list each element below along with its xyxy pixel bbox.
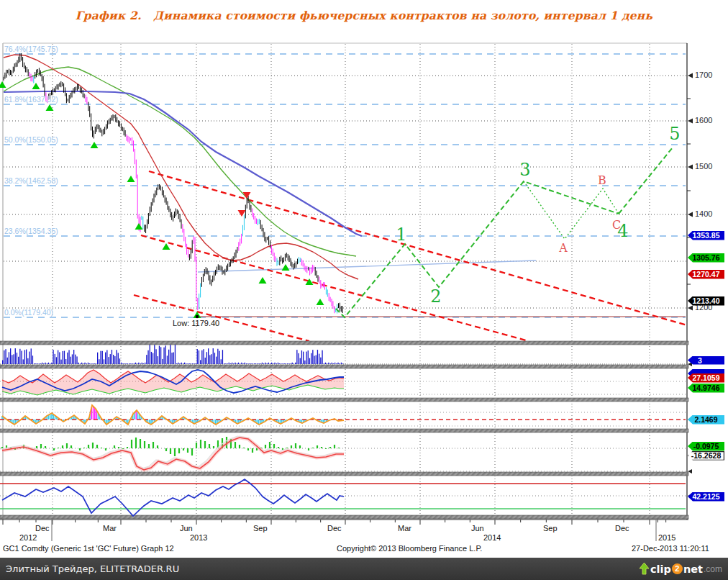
price-tick-label: 1700: [695, 71, 712, 79]
clip2net-logo[interactable]: clip 2 net .com: [639, 558, 722, 580]
year-label: 2012: [19, 533, 37, 542]
elliott-wave-label: 5: [669, 124, 680, 144]
elliott-wave-label: 1: [396, 225, 406, 245]
price-badge: 1305.76: [688, 253, 724, 263]
copyright-label: Copyright© 2013 Bloomberg Finance L.P.: [337, 544, 482, 553]
month-label: Jun: [471, 524, 484, 533]
price-tick-label: 1600: [695, 116, 712, 124]
chart-canvas: [0, 0, 728, 580]
price-badge: 14.9746: [688, 384, 724, 393]
year-label: 2015: [658, 533, 675, 542]
price-badge: 1213.40: [688, 296, 724, 306]
price-badge: 1270.47: [688, 270, 724, 279]
logo-text-com: .com: [704, 564, 722, 574]
fib-level-label: 76.4%(1745.75): [4, 45, 58, 53]
instrument-label: GC1 Comdty (Generic 1st 'GC' Future) Gra…: [3, 544, 174, 553]
price-badge: -0.0975: [688, 442, 724, 451]
logo-text-clip: clip: [650, 563, 671, 575]
month-label: Dec: [615, 524, 629, 533]
month-label: Mar: [103, 524, 117, 533]
fib-level-label: 50.0%(1550.05): [4, 135, 58, 144]
month-label: Sep: [253, 524, 268, 533]
fib-level-label: 38.2%(1462.58): [4, 176, 58, 185]
month-label: Sep: [543, 524, 558, 533]
footer-bar: Элитный Трейдер, ELITETRADER.RU clip 2 n…: [0, 558, 728, 580]
price-badge: 3: [688, 356, 724, 365]
price-tick-label: 1500: [695, 162, 712, 171]
year-label: 2014: [483, 533, 501, 542]
month-label: Mar: [398, 524, 411, 533]
upload-arrow-icon: [639, 563, 650, 575]
logo-text-net: net: [683, 563, 703, 575]
elliott-wave-label: 2: [430, 286, 441, 307]
chart-title: График 2. Динамика стоимости фьючерсных …: [0, 9, 728, 22]
year-label: 2013: [190, 533, 207, 542]
timestamp-label: 27-Dec-2013 11:20:11: [632, 544, 709, 553]
month-label: Jun: [180, 524, 193, 533]
low-annotation: Low: 1179.40: [173, 319, 219, 327]
elliott-wave-label: 3: [519, 160, 530, 180]
fib-level-label: 0.0%(1179.40): [4, 308, 53, 317]
month-label: Dec: [327, 524, 342, 533]
logo-badge-2: 2: [672, 563, 683, 574]
price-badge: -16.2628: [688, 451, 724, 461]
month-label: Dec: [35, 524, 50, 533]
fib-level-label: 61.8%(1637.52): [4, 95, 58, 104]
page: График 2. Динамика стоимости фьючерсных …: [0, 0, 728, 580]
price-badge: 42.2125: [688, 492, 724, 502]
price-badge: 27.1059: [688, 373, 724, 383]
fib-level-label: 23.6%(1354.35): [4, 227, 58, 235]
site-label: Элитный Трейдер, ELITETRADER.RU: [6, 558, 179, 580]
price-badge: 1353.85: [688, 231, 724, 240]
elliott-wave-label: A: [559, 241, 568, 255]
elliott-wave-label: C: [612, 218, 621, 232]
price-tick-label: 1400: [695, 209, 712, 218]
elliott-wave-label: B: [598, 173, 606, 187]
price-badge: 2.1469: [688, 415, 724, 425]
